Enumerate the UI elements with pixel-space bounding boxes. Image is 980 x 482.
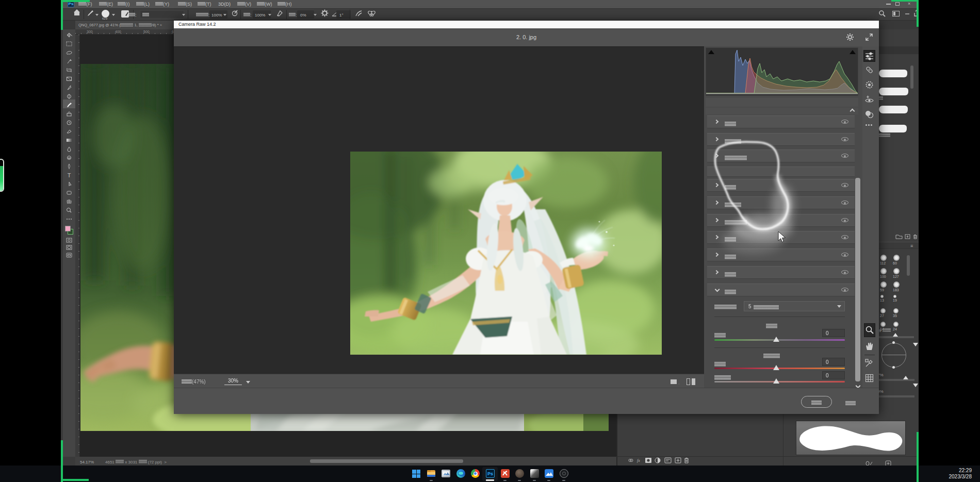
svg-text:T: T xyxy=(68,172,71,178)
svg-text:fx: fx xyxy=(637,458,640,463)
